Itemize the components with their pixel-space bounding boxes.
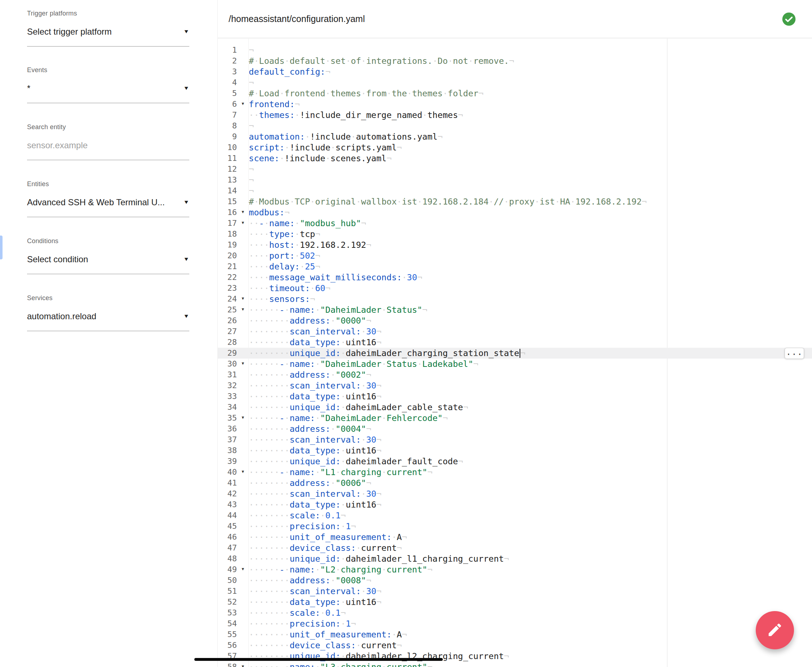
code-line[interactable]: 21····delay:·25¬: [218, 261, 812, 272]
code-line[interactable]: 16▼modbus:¬: [218, 207, 812, 218]
events-select[interactable]: *▼: [27, 83, 189, 103]
trigger-platform-select[interactable]: Select trigger platform▼: [27, 27, 189, 46]
fold-toggle-icon[interactable]: ▼: [237, 564, 249, 575]
code-line[interactable]: 13¬: [218, 174, 812, 186]
services-select[interactable]: automation.reload▼: [27, 311, 189, 331]
line-number: 20: [218, 251, 237, 261]
condition-select[interactable]: Select condition▼: [27, 254, 189, 274]
code-line[interactable]: 34········unique_id:·daheimLader_cable_s…: [218, 402, 812, 413]
code-line[interactable]: 3default_config:¬: [218, 66, 812, 77]
code-line[interactable]: 40▼······-·name:·"L1·charging·current"¬: [218, 467, 812, 478]
code-line[interactable]: 52········data_type:·uint16¬: [218, 597, 812, 607]
code-line[interactable]: 19····host:·192.168.2.192¬: [218, 239, 812, 251]
code-text: ········unique_id:·daheimlader_fault_cod…: [249, 456, 812, 467]
code-line[interactable]: 8¬: [218, 121, 812, 131]
events-select-value: *: [27, 83, 30, 93]
code-line[interactable]: 15#·Modbus·TCP·original·wallbox·ist·192.…: [218, 196, 812, 207]
code-editor[interactable]: 1¬2#·Loads·default·set·of·integrations.·…: [218, 38, 812, 667]
code-line[interactable]: 45········precision:·1¬: [218, 521, 812, 532]
code-line[interactable]: 55········unit_of_measurement:·A¬: [218, 629, 812, 640]
code-line[interactable]: 32········scan_interval:·30¬: [218, 380, 812, 391]
code-line[interactable]: 36········address:·"0004"¬: [218, 423, 812, 434]
code-line[interactable]: 38········data_type:·uint16¬: [218, 445, 812, 456]
code-line[interactable]: 48········unique_id:·daheimlader_l1_char…: [218, 553, 812, 564]
saved-check-icon: [782, 12, 796, 27]
fold-toggle-icon[interactable]: ▼: [237, 661, 249, 667]
edit-fab[interactable]: [756, 611, 794, 649]
code-line[interactable]: 33········data_type:·uint16¬: [218, 391, 812, 402]
code-line[interactable]: 1¬: [218, 45, 812, 56]
line-number: 9: [218, 131, 237, 142]
code-line[interactable]: 49▼······-·name:·"L2·charging·current"¬: [218, 564, 812, 575]
code-line[interactable]: 53········scale:·0.1¬: [218, 607, 812, 618]
entities-select-value: Advanced SSH & Web Terminal U...: [27, 197, 165, 207]
code-text: ········address:·"0006"¬: [249, 478, 812, 488]
code-line[interactable]: 18····type:·tcp¬: [218, 229, 812, 239]
code-line[interactable]: 54········precision:·1¬: [218, 618, 812, 629]
code-line[interactable]: 24▼····sensors:¬: [218, 294, 812, 304]
fold-toggle-icon[interactable]: ▼: [237, 98, 249, 109]
line-number: 23: [218, 283, 237, 294]
code-line[interactable]: 11scene:·!include·scenes.yaml¬: [218, 153, 812, 164]
code-line[interactable]: 29········unique_id:·daheimLader_chargin…: [218, 348, 812, 358]
code-line[interactable]: 51········scan_interval:·30¬: [218, 586, 812, 597]
code-line[interactable]: 35▼······-·name:·"DaheimLader·Fehlercode…: [218, 413, 812, 423]
code-line[interactable]: 5#·Load·frontend·themes·from·the·themes·…: [218, 88, 812, 99]
code-text: ········scan_interval:·30¬: [249, 326, 812, 337]
code-line[interactable]: 31········address:·"0002"¬: [218, 369, 812, 380]
code-line[interactable]: 26········address:·"0000"¬: [218, 315, 812, 326]
code-line[interactable]: 39········unique_id:·daheimlader_fault_c…: [218, 456, 812, 467]
code-line[interactable]: 37········scan_interval:·30¬: [218, 434, 812, 445]
fold-toggle-icon[interactable]: ▼: [237, 304, 249, 315]
code-line[interactable]: 47········device_class:·current¬: [218, 543, 812, 553]
fold-toggle-icon[interactable]: ▼: [237, 358, 249, 369]
code-text: ········device_class:·current¬: [249, 543, 812, 553]
code-line[interactable]: 14¬: [218, 186, 812, 196]
code-line[interactable]: 20····port:·502¬: [218, 251, 812, 261]
fold-toggle-icon[interactable]: ▼: [237, 412, 249, 423]
search-entity-input[interactable]: sensor.example: [27, 140, 189, 160]
code-line[interactable]: 25▼······-·name:·"DaheimLader·Status"¬: [218, 304, 812, 315]
code-line[interactable]: 50········address:·"0008"¬: [218, 575, 812, 586]
fold-toggle-icon[interactable]: ▼: [237, 293, 249, 304]
entities-select[interactable]: Advanced SSH & Web Terminal U...▼: [27, 197, 189, 217]
fold-gutter: [237, 369, 249, 380]
horizontal-scrollbar[interactable]: [194, 658, 443, 661]
code-line[interactable]: 42········scan_interval:·30¬: [218, 488, 812, 499]
code-line[interactable]: 10script:·!include·scripts.yaml¬: [218, 142, 812, 153]
code-lines: 1¬2#·Loads·default·set·of·integrations.·…: [218, 45, 812, 667]
code-line[interactable]: 27········scan_interval:·30¬: [218, 326, 812, 337]
code-text: ······-·name:·"L2·charging·current"¬: [249, 564, 812, 575]
code-line[interactable]: 9automation:·!include·automations.yaml¬: [218, 131, 812, 142]
code-line[interactable]: 2#·Loads·default·set·of·integrations.·Do…: [218, 56, 812, 66]
code-text: ······-·name:·"DaheimLader·Fehlercode"¬: [249, 413, 812, 423]
line-overflow-button[interactable]: ...: [785, 348, 804, 359]
line-number: 28: [218, 337, 237, 348]
line-number: 47: [218, 543, 237, 553]
code-line[interactable]: 17▼··-·name:·"modbus_hub"¬: [218, 218, 812, 229]
code-line[interactable]: 12¬: [218, 164, 812, 174]
code-line[interactable]: 44········scale:·0.1¬: [218, 510, 812, 521]
fold-toggle-icon[interactable]: ▼: [237, 217, 249, 228]
fold-toggle-icon[interactable]: ▼: [237, 207, 249, 217]
line-number: 22: [218, 272, 237, 283]
code-line[interactable]: 28········data_type:·uint16¬: [218, 337, 812, 348]
code-line[interactable]: 7··themes:·!include_dir_merge_named·them…: [218, 110, 812, 121]
code-line[interactable]: 58▼······-·name:·"L3·charging·current"¬: [218, 662, 812, 667]
code-line[interactable]: 23····timeout:·60¬: [218, 283, 812, 294]
fold-gutter: [237, 272, 249, 282]
code-line[interactable]: 41········address:·"0006"¬: [218, 478, 812, 488]
code-line[interactable]: 6▼frontend:¬: [218, 99, 812, 110]
code-line[interactable]: 46········unit_of_measurement:·A¬: [218, 532, 812, 543]
code-line[interactable]: 43········data_type:·uint16¬: [218, 499, 812, 510]
fold-gutter: [237, 163, 249, 174]
code-line[interactable]: 30▼······-·name:·"DaheimLader·Status·Lad…: [218, 358, 812, 369]
code-line[interactable]: 56········device_class:·current¬: [218, 640, 812, 651]
fold-toggle-icon[interactable]: ▼: [237, 466, 249, 477]
code-line[interactable]: 4¬: [218, 77, 812, 88]
sidebar-scroll-indicator: [0, 236, 3, 259]
line-number: 32: [218, 380, 237, 391]
code-line[interactable]: 22····message_wait_milliseconds:·30¬: [218, 272, 812, 283]
line-number: 31: [218, 369, 237, 380]
fold-gutter: [237, 542, 249, 553]
